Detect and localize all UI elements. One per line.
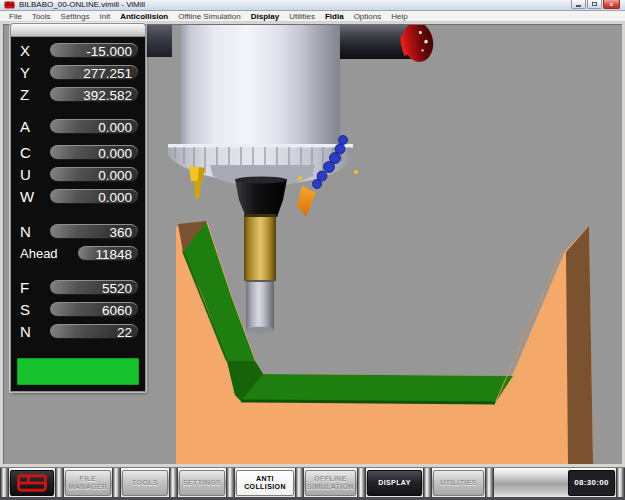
dro-axis-label: Z bbox=[20, 86, 50, 103]
dro-value-field: 0.000 bbox=[50, 189, 138, 204]
tool-tip-gray bbox=[246, 280, 274, 330]
dro-value-field: 5520 bbox=[50, 280, 138, 295]
toolbar-separator bbox=[485, 468, 494, 498]
dro-axis-label: X bbox=[20, 42, 50, 59]
dro-value-field: 392.582 bbox=[50, 87, 138, 102]
menu-item-help[interactable]: Help bbox=[386, 12, 412, 21]
menu-item-offline-simulation[interactable]: Offline Simulation bbox=[173, 12, 246, 21]
anti-collision-button[interactable]: ANTI COLLISION bbox=[236, 470, 294, 496]
menu-item-display[interactable]: Display bbox=[246, 12, 284, 21]
toolbar-separator bbox=[295, 468, 304, 498]
menu-item-utilities[interactable]: Utilities bbox=[284, 12, 320, 21]
menu-item-init[interactable]: Init bbox=[94, 12, 115, 21]
fidia-logo-button[interactable] bbox=[10, 470, 54, 496]
dro-row-y-1: Y277.251 bbox=[20, 64, 138, 80]
display-button[interactable]: DISPLAY bbox=[367, 470, 422, 496]
dro-axis-label: Y bbox=[20, 64, 50, 81]
tools-button[interactable]: TOOLS bbox=[122, 470, 168, 496]
dro-axis-label: Ahead bbox=[20, 246, 78, 261]
clock-display[interactable]: 08:30:00 bbox=[568, 470, 615, 496]
fidia-logo-icon bbox=[16, 474, 48, 492]
dro-axis-label: S bbox=[20, 301, 50, 318]
tool-tip-bottom-cap bbox=[246, 327, 274, 333]
menu-item-tools[interactable]: Tools bbox=[27, 12, 56, 21]
floor-front-edge bbox=[241, 401, 495, 403]
sensor-dot-left bbox=[298, 176, 302, 180]
offline-simulation-button[interactable]: OFFLINE SIMULATION bbox=[305, 470, 356, 496]
tool-tip-top-line bbox=[246, 280, 274, 282]
dro-value-field: 0.000 bbox=[50, 145, 138, 160]
status-bar-green bbox=[17, 358, 139, 385]
workpiece-right-side-face bbox=[566, 226, 593, 464]
dro-row-u-5: U0.000 bbox=[20, 166, 138, 182]
dro-row-w-6: W0.000 bbox=[20, 188, 138, 204]
vimill-window: BILBABO_00-ONLINE.vimill - ViMill x File… bbox=[0, 0, 625, 500]
dro-panel-header[interactable] bbox=[11, 24, 145, 37]
settings-button[interactable]: SETTINGS bbox=[179, 470, 225, 496]
dro-value-field: 11848 bbox=[78, 246, 138, 261]
menu-item-options[interactable]: Options bbox=[349, 12, 387, 21]
dro-axis-label: A bbox=[20, 118, 50, 135]
sensor-dot-right bbox=[354, 170, 358, 174]
dro-row-c-4: C0.000 bbox=[20, 144, 138, 160]
menu-item-anticollision[interactable]: Anticollision bbox=[115, 12, 173, 21]
dro-axis-label: C bbox=[20, 144, 50, 161]
dro-axis-label: F bbox=[20, 279, 50, 296]
title-bar[interactable]: BILBABO_00-ONLINE.vimill - ViMill x bbox=[0, 0, 625, 11]
dro-axis-label: N bbox=[20, 223, 50, 240]
dro-value-field: 360 bbox=[50, 224, 138, 239]
toolbar-separator bbox=[616, 468, 625, 498]
toolbar-separator bbox=[169, 468, 178, 498]
dro-value-field: 6060 bbox=[50, 302, 138, 317]
dro-axis-label: W bbox=[20, 188, 50, 205]
toolbar-separator bbox=[112, 468, 121, 498]
spindle-body bbox=[181, 24, 340, 148]
tool-shank-rim bbox=[244, 214, 276, 217]
menu-item-settings[interactable]: Settings bbox=[56, 12, 95, 21]
dro-row-a-3: A0.000 bbox=[20, 118, 138, 134]
tool-shank-brass bbox=[244, 214, 276, 281]
dro-value-field: 0.000 bbox=[50, 119, 138, 134]
file-manager-button[interactable]: FILE MANAGER bbox=[65, 470, 111, 496]
dro-axis-label: U bbox=[20, 166, 50, 183]
toolbar-spacer bbox=[494, 468, 567, 498]
menu-item-fidia[interactable]: Fidia bbox=[320, 12, 349, 21]
tool-holder-top bbox=[235, 177, 287, 184]
coolant-nozzle-yellow bbox=[189, 166, 205, 199]
dro-rows: X-15.000Y277.251Z392.582A0.000C0.000U0.0… bbox=[11, 37, 145, 339]
dro-value-field: -15.000 bbox=[50, 43, 138, 58]
toolbar-separator bbox=[357, 468, 366, 498]
maximize-icon bbox=[592, 2, 597, 6]
minimize-button[interactable] bbox=[571, 0, 586, 9]
workpiece bbox=[176, 221, 593, 464]
menu-bar: FileToolsSettingsInitAnticollisionOfflin… bbox=[0, 11, 625, 22]
dro-row-z-2: Z392.582 bbox=[20, 86, 138, 102]
toolbar-separator bbox=[423, 468, 432, 498]
menu-item-file[interactable]: File bbox=[4, 12, 27, 21]
toolbar-separator bbox=[226, 468, 235, 498]
minimize-icon bbox=[576, 5, 581, 7]
window-controls: x bbox=[571, 0, 620, 9]
dro-row-ahead-8: Ahead11848 bbox=[20, 245, 138, 261]
dro-panel: X-15.000Y277.251Z392.582A0.000C0.000U0.0… bbox=[10, 23, 146, 392]
maximize-button[interactable] bbox=[587, 0, 602, 9]
dro-value-field: 0.000 bbox=[50, 167, 138, 182]
dro-row-x-0: X-15.000 bbox=[20, 42, 138, 58]
close-button[interactable]: x bbox=[603, 0, 620, 9]
window-title: BILBABO_00-ONLINE.vimill - ViMill bbox=[19, 0, 145, 10]
tool-holder-black bbox=[235, 179, 287, 217]
dro-row-n-7: N360 bbox=[20, 223, 138, 239]
bottom-toolbar: FILE MANAGER TOOLS SETTINGS ANTI COLLISI… bbox=[0, 467, 625, 497]
dro-value-field: 22 bbox=[50, 324, 138, 339]
dro-row-f-9: F5520 bbox=[20, 279, 138, 295]
dro-row-n-11: N22 bbox=[20, 323, 138, 339]
dro-row-s-10: S6060 bbox=[20, 301, 138, 317]
utilities-button[interactable]: UTILITIES bbox=[433, 470, 484, 496]
flange-highlight bbox=[168, 144, 353, 148]
machine-beam-left bbox=[143, 24, 172, 57]
toolbar-separator bbox=[55, 468, 64, 498]
toolbar-separator bbox=[0, 468, 9, 498]
coolant-nozzle-orange bbox=[297, 186, 316, 217]
close-icon: x bbox=[610, 1, 613, 7]
dro-axis-label: N bbox=[20, 323, 50, 340]
